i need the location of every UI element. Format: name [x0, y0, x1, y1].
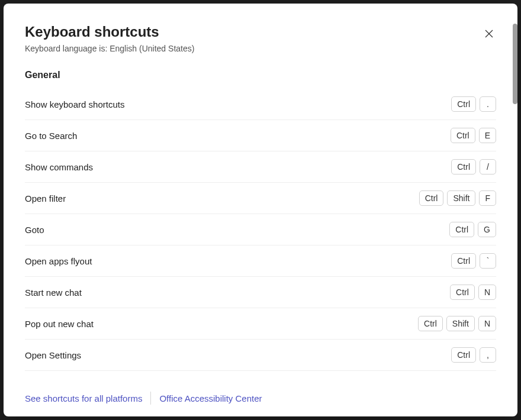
- key-cap: Ctrl: [451, 96, 476, 112]
- shortcut-keys: CtrlShiftF: [419, 190, 496, 206]
- key-cap: N: [478, 285, 496, 300]
- shortcut-row: Open filterCtrlShiftF: [25, 183, 496, 214]
- shortcut-label: Open Settings: [25, 350, 451, 360]
- shortcut-label: Go to Search: [25, 131, 451, 141]
- dialog-title: Keyboard shortcuts: [25, 24, 496, 40]
- scrollbar-thumb[interactable]: [513, 24, 517, 104]
- link-accessibility-center[interactable]: Office Accessibility Center: [159, 393, 262, 403]
- link-all-platforms[interactable]: See shortcuts for all platforms: [25, 393, 142, 403]
- key-cap: Ctrl: [451, 128, 475, 143]
- shortcut-row: Pop out new chatCtrlShiftN: [25, 308, 496, 340]
- shortcut-list: Show keyboard shortcutsCtrl.Go to Search…: [25, 89, 496, 371]
- key-cap: .: [480, 96, 496, 112]
- shortcut-label: Goto: [25, 225, 449, 235]
- shortcut-row: Show commandsCtrl/: [25, 151, 496, 183]
- shortcut-label: Start new chat: [25, 287, 450, 298]
- shortcut-label: Show commands: [25, 162, 451, 172]
- shortcut-label: Open apps flyout: [25, 256, 451, 266]
- key-cap: /: [480, 159, 496, 175]
- shortcut-keys: CtrlN: [450, 285, 496, 300]
- key-cap: Shift: [447, 190, 475, 206]
- shortcut-keys: Ctrl.: [451, 96, 496, 112]
- shortcut-row: Go to SearchCtrlE: [25, 120, 496, 151]
- dialog-subtitle: Keyboard language is: English (United St…: [25, 44, 496, 53]
- shortcut-keys: Ctrl,: [451, 347, 496, 363]
- shortcut-label: Show keyboard shortcuts: [25, 99, 451, 109]
- key-cap: F: [479, 190, 496, 206]
- section-heading-general: General: [25, 70, 496, 80]
- footer-separator: [150, 392, 151, 405]
- key-cap: Ctrl: [451, 159, 476, 175]
- dialog-body: Keyboard shortcuts Keyboard language is:…: [4, 4, 517, 381]
- key-cap: N: [478, 316, 496, 331]
- key-cap: `: [480, 253, 496, 269]
- key-cap: Ctrl: [449, 222, 474, 237]
- key-cap: G: [478, 222, 496, 237]
- keyboard-shortcuts-dialog: Keyboard shortcuts Keyboard language is:…: [4, 4, 517, 416]
- dialog-footer: See shortcuts for all platforms Office A…: [4, 381, 517, 416]
- shortcut-row: Start new chatCtrlN: [25, 277, 496, 308]
- shortcut-keys: CtrlShiftN: [418, 316, 496, 331]
- shortcut-row: Open apps flyoutCtrl`: [25, 245, 496, 277]
- shortcut-label: Pop out new chat: [25, 319, 418, 329]
- key-cap: ,: [480, 347, 496, 363]
- key-cap: Ctrl: [451, 347, 476, 363]
- shortcut-row: Open SettingsCtrl,: [25, 340, 496, 371]
- shortcut-keys: Ctrl/: [451, 159, 496, 175]
- shortcut-row: Show keyboard shortcutsCtrl.: [25, 89, 496, 120]
- shortcut-label: Open filter: [25, 193, 419, 203]
- key-cap: Ctrl: [451, 253, 476, 269]
- key-cap: Ctrl: [419, 190, 444, 206]
- shortcut-row: GotoCtrlG: [25, 214, 496, 245]
- key-cap: Ctrl: [418, 316, 443, 331]
- shortcut-keys: CtrlE: [451, 128, 496, 143]
- shortcut-keys: CtrlG: [449, 222, 496, 237]
- key-cap: Ctrl: [450, 285, 475, 300]
- key-cap: Shift: [446, 316, 475, 331]
- key-cap: E: [479, 128, 496, 143]
- shortcut-keys: Ctrl`: [451, 253, 496, 269]
